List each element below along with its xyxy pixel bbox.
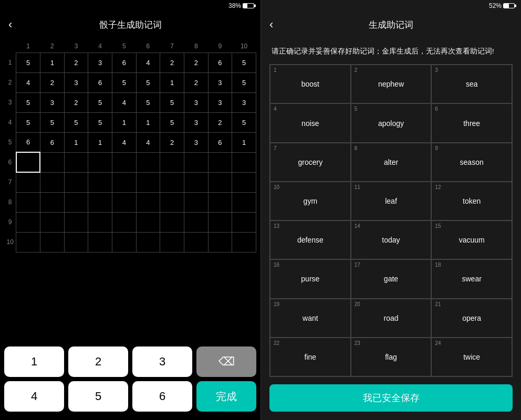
word-number: 14 (355, 223, 360, 229)
table-row (160, 152, 184, 172)
table-row (184, 232, 208, 252)
table-row: 4 (136, 132, 160, 152)
word-number: 21 (435, 301, 441, 307)
word-number: 23 (355, 340, 360, 346)
table-row (112, 152, 136, 172)
list-item: 24twice (431, 338, 512, 376)
list-item: 23flag (351, 338, 432, 376)
table-row (112, 212, 136, 232)
table-row (232, 212, 256, 232)
table-row (64, 192, 88, 212)
table-row: 2 (160, 132, 184, 152)
table-row: 4 (16, 72, 40, 92)
word-label: swear (462, 275, 481, 283)
done-button[interactable]: 完成 (196, 381, 256, 412)
key-3-button[interactable]: 3 (132, 346, 192, 377)
list-item: 22fine (270, 338, 351, 376)
key-2-button[interactable]: 2 (68, 346, 128, 377)
word-number: 4 (274, 106, 277, 112)
table-row: 1 (232, 132, 256, 152)
table-row (88, 172, 112, 192)
word-number: 2 (355, 67, 358, 73)
table-row (40, 212, 64, 232)
dice-grid-table: 1 2 3 4 5 6 7 8 9 10 1512364226524236551… (4, 40, 256, 253)
table-row (16, 212, 40, 232)
table-row (184, 152, 208, 172)
word-label: leaf (385, 197, 397, 205)
table-row: 2 (40, 72, 64, 92)
right-battery-icon (503, 3, 515, 8)
right-battery-pct: 52% (489, 2, 502, 9)
table-row: 4 (112, 132, 136, 152)
table-row: 5 (136, 92, 160, 112)
table-row: 5 (232, 72, 256, 92)
word-number: 18 (435, 262, 441, 268)
dice-grid-container: 1 2 3 4 5 6 7 8 9 10 1512364226524236551… (0, 38, 260, 342)
table-row (160, 232, 184, 252)
right-header: ‹ 生成助记词 (261, 12, 521, 38)
table-row: 3 (184, 132, 208, 152)
table-row: 2 (64, 52, 88, 72)
left-back-button[interactable]: ‹ (8, 19, 12, 30)
word-number: 19 (274, 301, 279, 307)
word-number: 11 (355, 184, 360, 190)
word-label: grocery (298, 158, 322, 166)
list-item: 18swear (431, 259, 512, 298)
word-number: 8 (355, 145, 358, 151)
right-status-bar: 52% (261, 0, 521, 12)
word-label: road (383, 314, 398, 322)
table-row: 2 (184, 52, 208, 72)
table-row: 3 (208, 92, 232, 112)
table-row: 1 (136, 112, 160, 132)
word-label: flag (385, 353, 397, 361)
word-number: 12 (435, 184, 441, 190)
table-row (112, 192, 136, 212)
list-item: 6three (431, 103, 512, 142)
list-item: 5apology (351, 103, 432, 142)
table-row (160, 212, 184, 232)
table-row (88, 212, 112, 232)
list-item: 19want (270, 299, 351, 338)
right-back-button[interactable]: ‹ (269, 19, 273, 30)
table-row (136, 172, 160, 192)
list-item: 15vacuum (431, 220, 512, 259)
table-row (64, 152, 88, 172)
table-row (136, 232, 160, 252)
table-row: 3 (64, 72, 88, 92)
word-number: 1 (274, 67, 277, 73)
table-row: 5 (112, 72, 136, 92)
left-header: ‹ 骰子生成助记词 (0, 12, 260, 38)
word-label: apology (378, 119, 404, 128)
key-delete-button[interactable]: ⌫ (196, 346, 256, 377)
list-item: 11leaf (351, 182, 432, 220)
word-number: 5 (355, 106, 358, 112)
table-row (208, 212, 232, 232)
word-label: noise (301, 119, 319, 128)
word-number: 15 (435, 223, 441, 229)
list-item: 20road (351, 299, 432, 338)
list-item: 1boost (270, 65, 351, 103)
list-item: 10gym (270, 182, 351, 220)
list-item: 14today (351, 220, 432, 259)
key-6-button[interactable]: 6 (132, 381, 192, 412)
table-row: 3 (184, 92, 208, 112)
left-battery-icon (243, 3, 254, 8)
word-number: 9 (435, 145, 438, 151)
table-row: 1 (64, 132, 88, 152)
key-5-button[interactable]: 5 (68, 381, 128, 412)
table-row (136, 152, 160, 172)
table-row: 6 (208, 132, 232, 152)
table-row (160, 172, 184, 192)
key-4-button[interactable]: 4 (4, 381, 64, 412)
save-button[interactable]: 我已安全保存 (269, 384, 513, 412)
word-label: nephew (378, 80, 404, 88)
save-button-container: 我已安全保存 (261, 379, 521, 420)
table-row (64, 232, 88, 252)
notice-text: 请正确记录并妥善保存好助记词；金库生成后，无法再次查看助记词! (261, 38, 521, 62)
table-row: 1 (112, 112, 136, 132)
table-row: 5 (232, 112, 256, 132)
table-row: 5 (64, 112, 88, 132)
key-1-button[interactable]: 1 (4, 346, 64, 377)
word-number: 3 (435, 67, 438, 73)
table-row: 2 (184, 72, 208, 92)
